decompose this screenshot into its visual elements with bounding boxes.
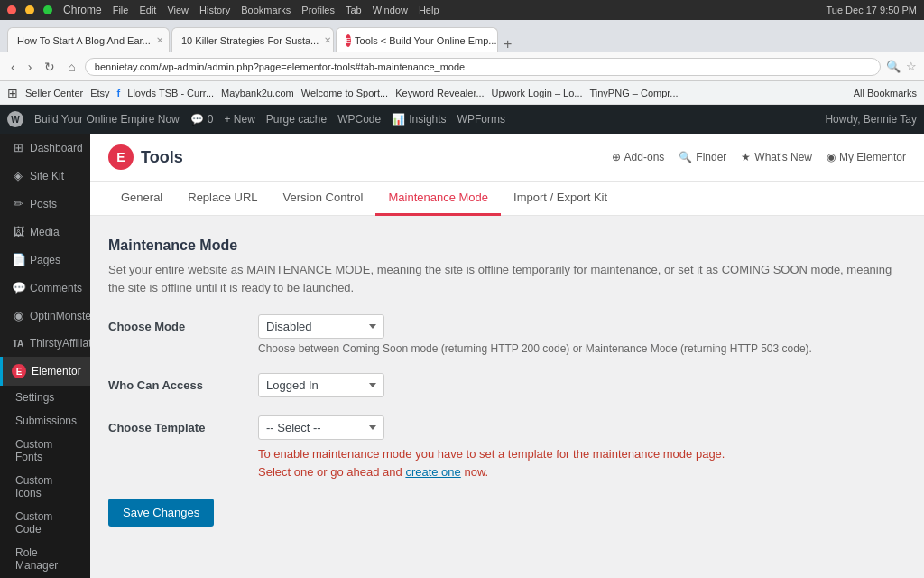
thirstyaffiliates-icon: TA: [12, 339, 24, 349]
mac-menu-help[interactable]: Help: [419, 5, 439, 15]
sidebar-item-custom-icons[interactable]: Custom Icons: [0, 469, 90, 505]
bookmark-facebook[interactable]: f: [117, 88, 121, 98]
whats-new-action-label: What's New: [754, 151, 812, 163]
sidebar-site-kit-label: Site Kit: [30, 170, 64, 182]
back-button[interactable]: ‹: [7, 58, 19, 76]
my-elementor-icon: ◉: [827, 151, 836, 163]
forward-button[interactable]: ›: [24, 58, 36, 76]
browser-tab-bar: How To Start A Blog And Ear... ✕ 10 Kill…: [0, 20, 924, 52]
apps-icon[interactable]: ⊞: [7, 86, 18, 100]
sidebar-item-submissions[interactable]: Submissions: [0, 409, 90, 433]
bookmark-etsy[interactable]: Etsy: [90, 88, 109, 98]
tab-general[interactable]: General: [108, 182, 175, 216]
reload-button[interactable]: ↻: [41, 58, 59, 76]
tools-title-group: E Tools: [108, 144, 183, 170]
bookmark-sport[interactable]: Welcome to Sport...: [301, 88, 388, 98]
wpforms-label: WPForms: [457, 113, 505, 126]
mac-menu-tab[interactable]: Tab: [346, 5, 362, 15]
sidebar-item-pages[interactable]: 📄 Pages: [0, 246, 90, 274]
sidebar-item-comments[interactable]: 💬 Comments: [0, 274, 90, 302]
maintenance-mode-content: Maintenance Mode Set your entire website…: [90, 216, 924, 548]
wp-purge-cache[interactable]: Purge cache: [266, 113, 327, 126]
save-changes-button[interactable]: Save Changes: [108, 499, 214, 527]
tab-import-export-kit-label: Import / Export Kit: [513, 191, 607, 204]
finder-icon: 🔍: [679, 151, 692, 163]
wp-wpforms[interactable]: WPForms: [457, 113, 505, 126]
custom-icons-label: Custom Icons: [15, 474, 81, 499]
action-finder[interactable]: 🔍 Finder: [679, 151, 726, 163]
bookmark-lloyds[interactable]: Lloyds TSB - Curr...: [127, 88, 214, 98]
new-tab-button[interactable]: +: [504, 36, 512, 52]
wp-logo: W: [7, 111, 23, 127]
mac-menu-bookmarks[interactable]: Bookmarks: [241, 5, 291, 15]
mac-menu-window[interactable]: Window: [373, 5, 408, 15]
wp-site-name[interactable]: Build Your Online Empire Now: [34, 113, 180, 126]
bookmark-keyword[interactable]: Keyword Revealer...: [395, 88, 484, 98]
tab-1-close[interactable]: ✕: [156, 35, 163, 45]
mac-menu-file[interactable]: File: [113, 5, 129, 15]
tab-maintenance-mode[interactable]: Maintenance Mode: [375, 182, 501, 216]
tab-maintenance-mode-label: Maintenance Mode: [388, 191, 488, 204]
tab-replace-url[interactable]: Replace URL: [175, 182, 270, 216]
browser-tab-2[interactable]: 10 Killer Strategies For Susta... ✕: [171, 27, 334, 52]
tab-version-control[interactable]: Version Control: [271, 182, 376, 216]
sidebar-item-posts[interactable]: ✏ Posts: [0, 190, 90, 218]
choose-mode-label: Choose Mode: [108, 314, 244, 333]
bookmark-all[interactable]: All Bookmarks: [854, 88, 917, 98]
action-whats-new[interactable]: ★ What's New: [741, 151, 812, 163]
choose-template-select[interactable]: -- Select --: [258, 415, 384, 440]
choose-mode-select[interactable]: Disabled Coming Soon Maintenance: [258, 314, 384, 339]
wp-logo-item[interactable]: W: [7, 111, 23, 127]
wp-site-label: Build Your Online Empire Now: [34, 113, 180, 126]
choose-template-row: Choose Template -- Select -- To enable m…: [108, 415, 906, 480]
comment-icon: 💬: [190, 113, 204, 126]
mac-menu-edit[interactable]: Edit: [139, 5, 156, 15]
bookmark-seller-center[interactable]: Seller Center: [25, 88, 83, 98]
tab-2-close[interactable]: ✕: [324, 35, 331, 45]
sidebar-item-optinmonster[interactable]: ◉ OptinMonster: [0, 302, 90, 330]
mac-menu-history[interactable]: History: [199, 5, 230, 15]
address-input[interactable]: [85, 58, 881, 76]
sidebar-item-thirstyaffiliates[interactable]: TA ThirstyAffiliates: [0, 330, 90, 357]
bookmark-icon[interactable]: ☆: [906, 60, 917, 73]
tab-import-export-kit[interactable]: Import / Export Kit: [501, 182, 620, 216]
sidebar-item-media[interactable]: 🖼 Media: [0, 218, 90, 246]
mac-menu-profiles[interactable]: Profiles: [301, 5, 335, 15]
action-my-elementor[interactable]: ◉ My Elementor: [827, 151, 906, 163]
sidebar-item-custom-fonts[interactable]: Custom Fonts: [0, 433, 90, 469]
sidebar-item-custom-code[interactable]: Custom Code: [0, 505, 90, 541]
action-add-ons[interactable]: ⊕ Add-ons: [612, 151, 665, 163]
add-ons-icon: ⊕: [612, 151, 621, 163]
browser-tab-1[interactable]: How To Start A Blog And Ear... ✕: [7, 27, 170, 52]
template-error-prefix: Select one or go ahead and: [258, 465, 402, 479]
role-manager-label: Role Manager: [15, 546, 81, 572]
browser-tab-3[interactable]: E Tools < Build Your Online Emp... ✕: [336, 27, 498, 52]
wp-howdy: Howdy, Bennie Tay: [825, 113, 917, 126]
bookmark-maybank[interactable]: Maybank2u.com: [221, 88, 294, 98]
comment-count: 0: [208, 113, 214, 126]
sidebar-item-settings[interactable]: Settings: [0, 386, 90, 409]
sidebar-item-site-kit[interactable]: ◈ Site Kit: [0, 162, 90, 190]
create-one-link[interactable]: create one: [405, 465, 460, 479]
sidebar-item-elementor[interactable]: E Elementor: [0, 357, 90, 386]
search-icon[interactable]: 🔍: [886, 60, 901, 73]
maximize-dot[interactable]: [43, 5, 52, 14]
wp-code[interactable]: WPCode: [337, 113, 381, 126]
wp-comments[interactable]: 💬 0: [190, 113, 214, 126]
sidebar-item-role-manager[interactable]: Role Manager: [0, 541, 90, 577]
close-dot[interactable]: [7, 5, 16, 14]
mac-datetime: Tue Dec 17 9:50 PM: [827, 5, 917, 15]
sidebar-item-dashboard[interactable]: ⊞ Dashboard: [0, 134, 90, 162]
mac-menu-view[interactable]: View: [167, 5, 189, 15]
wp-insights[interactable]: 📊 Insights: [392, 113, 446, 126]
bookmark-tinypng[interactable]: TinyPNG – Compr...: [590, 88, 679, 98]
template-error: To enable maintenance mode you have to s…: [258, 445, 906, 480]
finder-action-label: Finder: [696, 151, 726, 163]
wp-new[interactable]: + New: [224, 113, 254, 126]
bookmark-upwork[interactable]: Upwork Login – Lo...: [492, 88, 583, 98]
mac-bar: Chrome File Edit View History Bookmarks …: [0, 0, 924, 20]
who-can-access-select[interactable]: Logged In Everyone: [258, 373, 384, 397]
home-button[interactable]: ⌂: [64, 58, 79, 76]
minimize-dot[interactable]: [25, 5, 34, 14]
address-bar: ‹ › ↻ ⌂ 🔍 ☆: [0, 52, 924, 81]
